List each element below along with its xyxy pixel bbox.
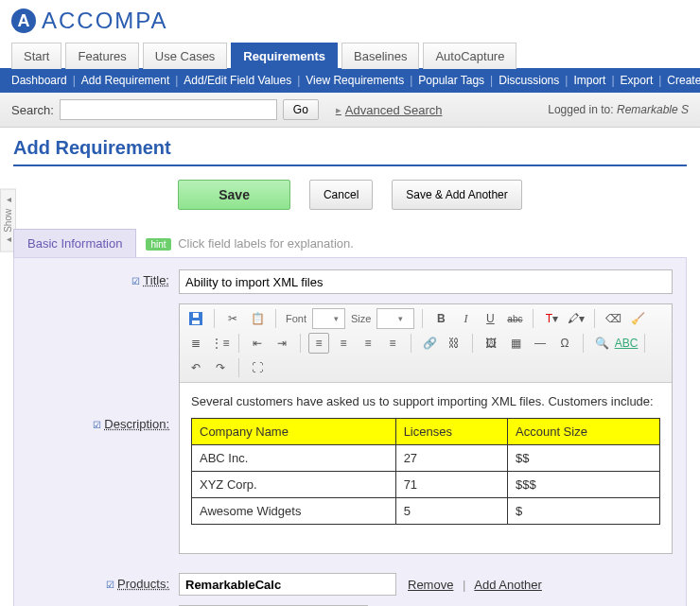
clear-format-icon[interactable]: ⌫ <box>603 308 623 329</box>
rich-text-editor: ✂ 📋 Font ▾ Size ▾ B I U abc T▾ <box>179 303 673 554</box>
undo-icon[interactable]: ↶ <box>185 357 206 378</box>
svg-rect-1 <box>192 320 200 324</box>
subnav-add-edit-field-values[interactable]: Add/Edit Field Values <box>184 74 291 87</box>
products-input[interactable] <box>179 573 396 596</box>
advanced-search-link[interactable]: Advanced Search <box>336 103 443 117</box>
numbered-list-icon[interactable]: ≣ <box>185 333 206 354</box>
remove-product-link[interactable]: Remove <box>408 578 453 592</box>
highlight-icon[interactable]: 🖍▾ <box>566 308 586 329</box>
size-select[interactable]: ▾ <box>376 308 414 329</box>
hint-row: hint Click field labels for explanation. <box>146 236 353 251</box>
strike-icon[interactable]: abc <box>504 308 525 329</box>
indent-icon[interactable]: ⇥ <box>271 333 292 354</box>
table-row: ABC Inc.27$$ <box>192 445 660 472</box>
page-title: Add Requirement <box>0 128 700 164</box>
editor-content[interactable]: Several customers have asked us to suppo… <box>180 383 672 553</box>
text-color-icon[interactable]: T▾ <box>541 308 562 329</box>
main-tabs: StartFeaturesUse CasesRequirementsBaseli… <box>0 38 700 68</box>
tab-features[interactable]: Features <box>65 43 138 69</box>
search-input[interactable] <box>60 99 277 120</box>
search-label: Search: <box>11 103 54 117</box>
products-label[interactable]: Products: <box>117 577 169 591</box>
find-icon[interactable]: 🔍 <box>591 333 612 354</box>
table-icon[interactable]: ▦ <box>505 333 526 354</box>
italic-icon[interactable]: I <box>455 308 476 329</box>
tab-start[interactable]: Start <box>11 43 61 69</box>
cancel-button[interactable]: Cancel <box>309 180 373 210</box>
svg-rect-2 <box>193 313 199 318</box>
table-row: Awesome Widgets5$ <box>192 498 660 525</box>
align-center-icon[interactable]: ≡ <box>333 333 354 354</box>
required-icon: ☑ <box>131 276 140 286</box>
brand-logo: A ACCOMPA <box>0 0 700 38</box>
hr-icon[interactable]: — <box>530 333 551 354</box>
underline-icon[interactable]: U <box>480 308 500 329</box>
table-header: Licenses <box>395 419 507 445</box>
save-icon[interactable] <box>185 308 206 329</box>
description-label[interactable]: Description: <box>104 417 169 431</box>
action-row: Save Cancel Save & Add Another <box>0 166 700 229</box>
tab-autocapture[interactable]: AutoCapture <box>423 43 516 69</box>
table-row: XYZ Corp.71$$$ <box>192 472 660 498</box>
save-button[interactable]: Save <box>178 180 290 210</box>
tab-baselines[interactable]: Baselines <box>341 43 419 69</box>
hint-text: Click field labels for explanation. <box>178 236 354 251</box>
subnav-discussions[interactable]: Discussions <box>499 74 559 87</box>
title-input[interactable] <box>179 269 673 294</box>
size-label: Size <box>351 313 371 324</box>
image-icon[interactable]: 🖼 <box>481 333 501 354</box>
hint-badge: hint <box>146 238 170 251</box>
go-button[interactable]: Go <box>283 99 319 120</box>
align-right-icon[interactable]: ≡ <box>358 333 378 354</box>
title-label[interactable]: Title: <box>143 273 169 287</box>
logged-in-text: Logged in to: Remarkable S <box>548 103 689 116</box>
table-header: Account Size <box>508 419 660 445</box>
logo-icon: A <box>11 9 36 33</box>
tab-requirements[interactable]: Requirements <box>231 43 338 69</box>
unlink-icon[interactable]: ⛓ <box>444 333 464 354</box>
save-add-another-button[interactable]: Save & Add Another <box>392 180 521 210</box>
subnav-dashboard[interactable]: Dashboard <box>11 74 67 87</box>
bold-icon[interactable]: B <box>430 308 451 329</box>
required-icon: ☑ <box>106 580 114 590</box>
cut-icon[interactable]: ✂ <box>222 308 243 329</box>
subnav-import[interactable]: Import <box>573 74 605 87</box>
outdent-icon[interactable]: ⇤ <box>247 333 268 354</box>
redo-icon[interactable]: ↷ <box>210 357 231 378</box>
tab-use-cases[interactable]: Use Cases <box>143 43 228 69</box>
table-header: Company Name <box>192 419 396 445</box>
spellcheck-icon[interactable]: ABC <box>616 333 637 354</box>
eraser-icon[interactable]: 🧹 <box>627 308 648 329</box>
basic-info-panel: ☑Title: ☑Description: ✂ 📋 Font ▾ Size <box>13 257 687 606</box>
font-label: Font <box>286 313 306 324</box>
customers-table: Company NameLicensesAccount SizeABC Inc.… <box>191 418 660 525</box>
justify-icon[interactable]: ≡ <box>382 333 403 354</box>
subnav-add-requirement[interactable]: Add Requirement <box>81 74 169 87</box>
subnav-export[interactable]: Export <box>621 74 654 87</box>
section-tab-basic-info[interactable]: Basic Information <box>13 229 136 257</box>
font-select[interactable]: ▾ <box>312 308 345 329</box>
subnav-create-docum[interactable]: Create Docum <box>667 74 700 87</box>
search-bar: Search: Go Advanced Search Logged in to:… <box>0 93 700 128</box>
add-product-link[interactable]: Add Another <box>474 578 542 592</box>
description-intro: Several customers have asked us to suppo… <box>191 394 660 408</box>
subnav-view-requirements[interactable]: View Requirements <box>306 74 404 87</box>
subnav-popular-tags[interactable]: Popular Tags <box>418 74 484 87</box>
brand-text: ACCOMPA <box>42 8 168 34</box>
align-left-icon[interactable]: ≡ <box>308 333 329 354</box>
paste-icon[interactable]: 📋 <box>247 308 268 329</box>
required-icon: ☑ <box>93 420 101 430</box>
bullet-list-icon[interactable]: ⋮≡ <box>210 333 231 354</box>
link-icon[interactable]: 🔗 <box>419 333 440 354</box>
symbol-icon[interactable]: Ω <box>554 333 575 354</box>
subnav: Dashboard|Add Requirement|Add/Edit Field… <box>0 68 700 93</box>
editor-toolbar: ✂ 📋 Font ▾ Size ▾ B I U abc T▾ <box>180 304 672 383</box>
fullscreen-icon[interactable]: ⛶ <box>247 357 268 378</box>
